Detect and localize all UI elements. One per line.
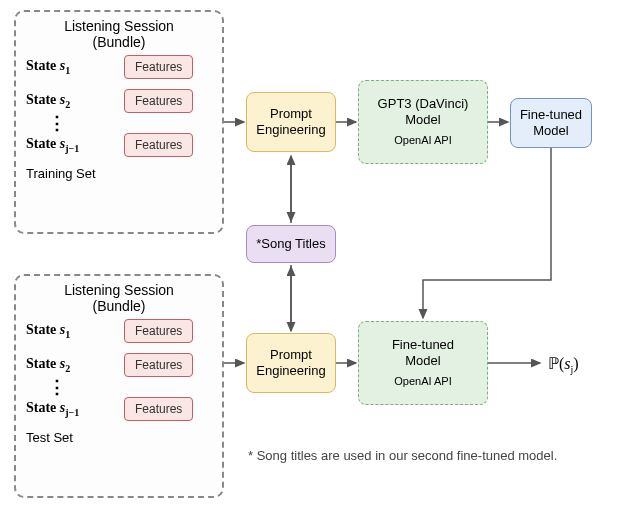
train-title: Listening Session(Bundle) xyxy=(16,12,222,50)
song-titles-block: *Song Titles xyxy=(246,225,336,263)
finetuned-block-bottom: Fine-tunedModel OpenAI API xyxy=(358,321,488,405)
finetuned2-main: Fine-tunedModel xyxy=(392,337,454,370)
ellipsis-icon: ⋮ xyxy=(16,118,222,128)
state-row: State s2 Features xyxy=(16,84,222,118)
feature-badge: Features xyxy=(124,89,193,113)
diagram-canvas: Listening Session(Bundle) State s1 Featu… xyxy=(0,0,640,510)
footnote: * Song titles are used in our second fin… xyxy=(248,448,557,463)
state-row: State s1 Features xyxy=(16,314,222,348)
state-row: State s1 Features xyxy=(16,50,222,84)
prompt-engineering-bottom: PromptEngineering xyxy=(246,333,336,393)
train-foot: Training Set xyxy=(16,162,222,189)
finetuned-block-top: Fine-tunedModel xyxy=(510,98,592,148)
arrow-finetuned-to-finetuned2 xyxy=(423,148,551,318)
feature-badge: Features xyxy=(124,55,193,79)
test-panel: Listening Session(Bundle) State s1 Featu… xyxy=(14,274,224,498)
state-label: State sj−1 xyxy=(26,400,116,418)
state-label: State s2 xyxy=(26,92,116,110)
ellipsis-icon: ⋮ xyxy=(16,382,222,392)
feature-badge: Features xyxy=(124,353,193,377)
state-label: State sj−1 xyxy=(26,136,116,154)
state-label: State s1 xyxy=(26,58,116,76)
prompt-engineering-top: PromptEngineering xyxy=(246,92,336,152)
state-row: State sj−1 Features xyxy=(16,392,222,426)
feature-badge: Features xyxy=(124,133,193,157)
state-row: State sj−1 Features xyxy=(16,128,222,162)
gpt3-main: GPT3 (DaVinci)Model xyxy=(378,96,469,129)
train-panel: Listening Session(Bundle) State s1 Featu… xyxy=(14,10,224,234)
gpt3-sub: OpenAI API xyxy=(394,134,451,148)
state-label: State s1 xyxy=(26,322,116,340)
finetuned2-sub: OpenAI API xyxy=(394,375,451,389)
feature-badge: Features xyxy=(124,397,193,421)
feature-badge: Features xyxy=(124,319,193,343)
test-title: Listening Session(Bundle) xyxy=(16,276,222,314)
output-label: ℙ(sj) xyxy=(548,354,579,375)
state-row: State s2 Features xyxy=(16,348,222,382)
state-label: State s2 xyxy=(26,356,116,374)
gpt3-block: GPT3 (DaVinci)Model OpenAI API xyxy=(358,80,488,164)
test-foot: Test Set xyxy=(16,426,222,453)
